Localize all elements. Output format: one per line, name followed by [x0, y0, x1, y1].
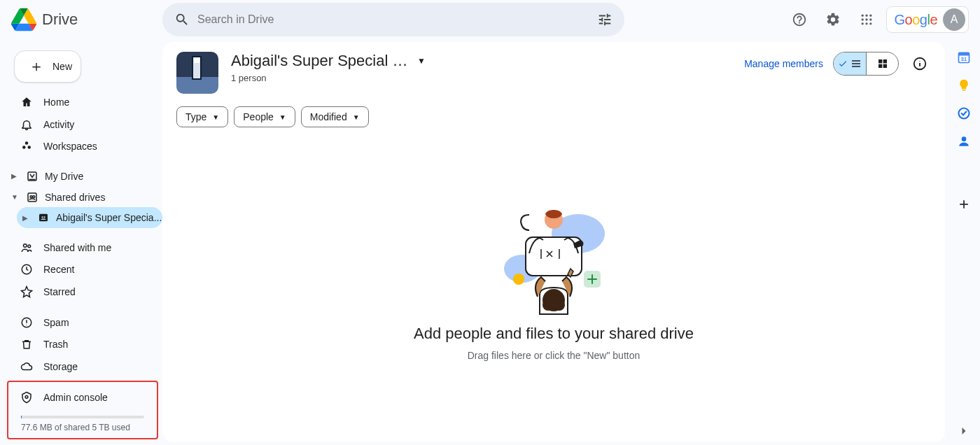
trash-icon: [20, 338, 34, 351]
list-view-button[interactable]: [834, 52, 866, 75]
info-button[interactable]: [909, 52, 931, 75]
account-chip[interactable]: Google A: [886, 6, 969, 33]
sidebar-label: Starred: [43, 286, 76, 297]
calendar-app-icon[interactable]: 31: [957, 50, 971, 64]
sidebar-item-starred[interactable]: Starred: [6, 281, 162, 303]
storage-bar: [21, 416, 144, 418]
sidebar-item-recent[interactable]: Recent: [6, 259, 162, 281]
apps-icon[interactable]: [853, 6, 881, 34]
sidebar: ＋ New Home Activity Workspaces ▶ My Driv…: [0, 39, 162, 445]
shared-drive-thumbnail: [176, 52, 218, 94]
tree-shared-drives[interactable]: ▼ Shared drives: [6, 187, 162, 208]
admin-icon: [20, 391, 34, 404]
search-icon[interactable]: [168, 6, 196, 34]
svg-point-18: [43, 216, 45, 218]
sidebar-item-admin-console[interactable]: Admin console: [11, 386, 154, 409]
svg-point-6: [862, 22, 864, 24]
hide-panel-button[interactable]: [957, 424, 971, 445]
empty-state: Add people and files to your shared driv…: [176, 127, 931, 432]
filter-modified[interactable]: Modified▼: [301, 106, 369, 127]
keep-app-icon[interactable]: [957, 78, 971, 92]
svg-point-15: [33, 195, 35, 197]
svg-point-17: [41, 216, 43, 218]
svg-point-4: [866, 18, 868, 20]
search-input[interactable]: [196, 13, 591, 27]
chip-label: Modified: [310, 111, 347, 122]
svg-point-19: [24, 244, 27, 248]
filter-type[interactable]: Type▼: [176, 106, 228, 127]
shared-drive-icon: [36, 211, 50, 224]
storage-text: 77.6 MB of shared 5 TB used: [11, 423, 154, 432]
new-button[interactable]: ＋ New: [14, 50, 81, 83]
google-logo-text: Google: [894, 12, 937, 28]
spam-icon: [20, 316, 34, 329]
grid-view-button[interactable]: [866, 52, 898, 75]
side-panel: 31: [948, 39, 980, 445]
caret-right-icon: ▶: [11, 172, 20, 180]
contacts-app-icon[interactable]: [957, 134, 971, 148]
sidebar-label: Workspaces: [43, 141, 97, 152]
svg-point-7: [866, 22, 868, 24]
home-icon: [20, 96, 34, 108]
sidebar-item-shared-with-me[interactable]: Shared with me: [6, 236, 162, 259]
svg-point-1: [866, 15, 868, 17]
view-toggle: [833, 52, 899, 76]
header-icons: Google A: [785, 6, 969, 34]
svg-point-36: [554, 299, 565, 311]
empty-illustration: [491, 199, 617, 318]
search-options-icon[interactable]: [591, 6, 619, 34]
tree-label: My Drive: [45, 171, 83, 182]
my-drive-icon: [25, 170, 39, 183]
tasks-app-icon[interactable]: [957, 106, 971, 120]
sidebar-label: Recent: [43, 264, 74, 275]
svg-rect-25: [883, 59, 886, 63]
settings-icon[interactable]: [819, 6, 847, 34]
svg-point-10: [28, 146, 31, 149]
svg-point-2: [870, 15, 872, 17]
sidebar-item-workspaces[interactable]: Workspaces: [6, 135, 162, 157]
sidebar-label: Trash: [43, 339, 68, 350]
svg-point-11: [25, 141, 29, 145]
caret-down-icon: ▼: [417, 56, 426, 66]
add-app-icon[interactable]: [957, 197, 971, 211]
brand-name: Drive: [42, 10, 78, 29]
caret-right-icon: ▶: [22, 214, 31, 222]
top-bar: Drive Google A: [0, 0, 980, 39]
caret-down-icon: ▼: [279, 113, 286, 121]
chip-label: Type: [186, 111, 206, 122]
svg-point-8: [870, 22, 872, 24]
cloud-icon: [20, 360, 34, 373]
sidebar-item-spam[interactable]: Spam: [6, 311, 162, 334]
workspaces-icon: [20, 140, 34, 153]
help-icon[interactable]: [785, 6, 813, 34]
svg-point-14: [30, 195, 32, 197]
sidebar-item-storage[interactable]: Storage: [6, 355, 162, 378]
avatar[interactable]: A: [943, 8, 965, 31]
caret-down-icon: ▼: [353, 113, 360, 121]
empty-title: Add people and files to your shared driv…: [414, 325, 694, 343]
sidebar-label: Admin console: [43, 392, 108, 403]
tree-current-shared-drive[interactable]: ▶ Abigail's Super Specia...: [17, 207, 162, 228]
filter-people[interactable]: People▼: [234, 106, 295, 127]
sidebar-item-trash[interactable]: Trash: [6, 334, 162, 356]
tree-my-drive[interactable]: ▶ My Drive: [6, 166, 162, 187]
svg-rect-26: [878, 64, 882, 68]
manage-members-link[interactable]: Manage members: [744, 58, 823, 69]
search-bar[interactable]: [162, 3, 624, 36]
sidebar-item-activity[interactable]: Activity: [6, 113, 162, 136]
drive-logo-icon: [11, 7, 36, 32]
clock-icon: [20, 263, 34, 276]
folder-title: Abigail's Super Special S...: [231, 52, 413, 70]
svg-point-35: [542, 299, 554, 311]
shared-drives-icon: [25, 191, 39, 204]
sidebar-item-home[interactable]: Home: [6, 91, 162, 113]
svg-point-9: [22, 146, 26, 149]
chip-label: People: [243, 111, 274, 122]
tree-label: Shared drives: [45, 192, 105, 203]
brand[interactable]: Drive: [11, 7, 151, 32]
svg-rect-27: [883, 64, 886, 68]
svg-text:31: 31: [961, 56, 967, 62]
svg-point-23: [25, 395, 28, 398]
svg-rect-16: [39, 214, 48, 222]
svg-point-31: [513, 274, 524, 285]
